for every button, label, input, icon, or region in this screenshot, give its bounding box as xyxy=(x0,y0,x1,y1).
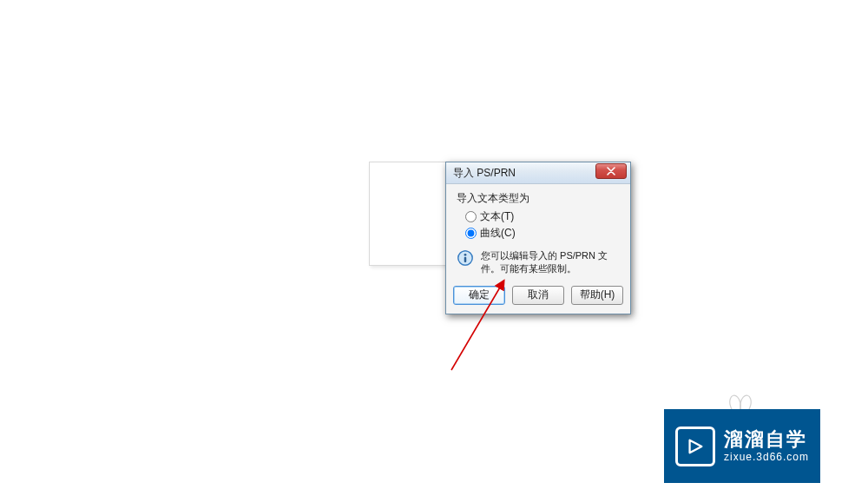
radio-curve-label: 曲线(C) xyxy=(480,226,516,241)
watermark-url: zixue.3d66.com xyxy=(724,452,809,463)
help-button[interactable]: 帮助(H) xyxy=(571,286,623,305)
background-page xyxy=(369,162,450,266)
group-label: 导入文本类型为 xyxy=(457,191,620,206)
info-text: 您可以编辑导入的 PS/PRN 文件。可能有某些限制。 xyxy=(481,249,620,275)
info-row: 您可以编辑导入的 PS/PRN 文件。可能有某些限制。 xyxy=(457,249,620,275)
radio-text-label: 文本(T) xyxy=(480,209,514,224)
watermark-bunny-icon xyxy=(727,392,753,411)
watermark-text: 溜溜自学 zixue.3d66.com xyxy=(724,429,809,463)
svg-rect-3 xyxy=(464,257,467,262)
dialog-titlebar[interactable]: 导入 PS/PRN xyxy=(446,162,630,184)
button-row: 确定 取消 帮助(H) xyxy=(457,286,620,305)
radio-text[interactable]: 文本(T) xyxy=(465,209,620,224)
radio-curve[interactable]: 曲线(C) xyxy=(465,226,620,241)
ok-button[interactable]: 确定 xyxy=(453,286,505,305)
dialog-title: 导入 PS/PRN xyxy=(453,166,595,181)
info-icon xyxy=(457,249,474,267)
radio-curve-input[interactable] xyxy=(465,228,477,239)
watermark-title: 溜溜自学 xyxy=(724,429,809,450)
cancel-button[interactable]: 取消 xyxy=(512,286,564,305)
import-psprn-dialog: 导入 PS/PRN 导入文本类型为 文本(T) 曲线(C) xyxy=(445,162,631,314)
close-button[interactable] xyxy=(595,163,627,179)
watermark-banner: 溜溜自学 zixue.3d66.com xyxy=(664,409,820,483)
watermark-logo-icon xyxy=(675,427,715,466)
dialog-body: 导入文本类型为 文本(T) 曲线(C) 您可以编辑导入的 PS/PRN 文件。可… xyxy=(446,184,630,314)
close-icon xyxy=(607,167,615,175)
radio-text-input[interactable] xyxy=(465,211,477,222)
svg-point-2 xyxy=(464,254,467,256)
